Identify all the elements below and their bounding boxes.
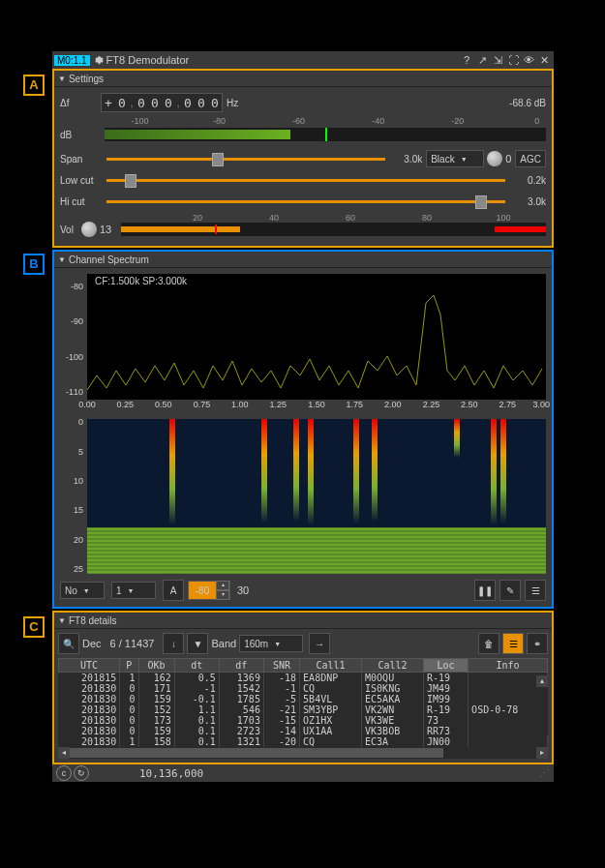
hide-icon[interactable]: 👁: [521, 52, 536, 68]
lowcut-value: 0.2k: [511, 175, 546, 186]
df-unit: Hz: [227, 98, 238, 108]
col-call2[interactable]: Call2: [362, 659, 424, 673]
colormap-select[interactable]: Black▼: [426, 150, 484, 167]
table-row[interactable]: 2018300159-0.11785-55B4VLEC5AKAIM99: [59, 694, 548, 704]
level-spin[interactable]: ▴▾: [188, 581, 230, 600]
db-meter: -100 -80 -60 -40 -20 0: [105, 128, 546, 141]
table-row[interactable]: 20183001730.11703-15OZ1HXVK3WE73: [59, 715, 548, 726]
refresh-icon[interactable]: ↻: [74, 765, 89, 781]
spin2-value: 30: [234, 584, 252, 596]
ft8-table[interactable]: UTCPOKbdtdfSNRCall1Call2LocInfo 20181511…: [58, 658, 548, 747]
list-button[interactable]: ☰: [502, 633, 524, 654]
hicut-slider[interactable]: [106, 200, 505, 203]
status-frequency: 10,136,000: [139, 767, 203, 780]
db-readout: -68.6 dB: [509, 98, 546, 108]
window-titlebar: M0:1.1 FT8 Demodulator ? ↗ ⇲ ⛶ 👁 ✕: [52, 51, 554, 69]
search-button[interactable]: 🔍: [58, 633, 79, 654]
col-okb[interactable]: OKb: [138, 659, 174, 673]
menu-button[interactable]: ☰: [525, 580, 546, 601]
window-title: FT8 Demodulator: [106, 54, 190, 66]
lowcut-slider[interactable]: [106, 179, 505, 182]
a-button[interactable]: A: [163, 580, 184, 601]
col-call1[interactable]: Call1: [300, 659, 362, 673]
scrollbar-horizontal[interactable]: ◂ ▸: [58, 747, 548, 759]
link-button[interactable]: ⚭: [527, 633, 548, 654]
cc-icon[interactable]: c: [56, 765, 72, 781]
vol-value: 13: [100, 224, 117, 235]
statusbar: c ↻ 10,136,000 ⋰: [52, 764, 554, 782]
band-select[interactable]: 160m▼: [239, 635, 303, 652]
settings-header[interactable]: ▼ Settings: [54, 71, 552, 87]
delete-button[interactable]: 🗑: [478, 633, 499, 654]
expand-icon[interactable]: ⛶: [505, 52, 521, 68]
col-snr[interactable]: SNR: [263, 659, 299, 673]
db-label: dB: [60, 130, 101, 140]
col-info[interactable]: Info: [469, 659, 548, 673]
filter-button[interactable]: ▼: [187, 633, 208, 654]
table-row[interactable]: 20183001590.12723-14UX1AAVK3BOBRR73: [59, 726, 548, 736]
spec-combo2[interactable]: 1▼: [111, 582, 156, 599]
vol-meter: 20 40 60 80 100: [121, 223, 546, 236]
spectrum-xaxis: 0.00 0.25 0.50 0.75 1.00 1.25 1.50 1.75 …: [87, 400, 546, 413]
label-a: A: [23, 75, 45, 96]
waterfall-plot[interactable]: 0 5 10 15 20 25: [87, 419, 546, 574]
spectrum-plot[interactable]: CF:1.500k SP:3.000k -80 -90 -100 -110: [87, 274, 546, 400]
df-label: Δf: [60, 98, 101, 108]
spectrum-header[interactable]: ▼ Channel Spectrum: [54, 252, 552, 268]
col-utc[interactable]: UTC: [59, 659, 120, 673]
span-label: Span: [60, 154, 101, 165]
spectrum-yaxis: -80 -90 -100 -110: [60, 274, 85, 400]
col-df[interactable]: df: [219, 659, 263, 673]
span-value: 3.0k: [391, 154, 422, 165]
col-p[interactable]: P: [120, 659, 138, 673]
col-dt[interactable]: dt: [174, 659, 219, 673]
pause-button[interactable]: ❚❚: [474, 580, 496, 601]
hicut-value: 3.0k: [511, 196, 546, 207]
agc-button[interactable]: AGC: [515, 150, 546, 167]
gear-icon[interactable]: [92, 54, 104, 66]
spectrum-title: Channel Spectrum: [69, 254, 149, 265]
label-b: B: [23, 254, 45, 275]
collapse-icon: ▼: [58, 75, 66, 83]
df-input[interactable]: + 0 , 0 0 0 , 0 0 0: [101, 93, 223, 112]
vol-knob[interactable]: [81, 222, 97, 237]
ft8-header[interactable]: ▼ FT8 details: [54, 613, 552, 629]
shrink-icon[interactable]: ⇲: [490, 52, 505, 68]
collapse-icon: ▼: [58, 616, 66, 625]
help-icon[interactable]: ?: [459, 52, 474, 68]
resize-grip[interactable]: ⋰: [539, 767, 550, 780]
settings-title: Settings: [69, 74, 104, 84]
close-icon[interactable]: ✕: [536, 52, 552, 68]
waterfall-yaxis: 0 5 10 15 20 25: [60, 419, 85, 574]
collapse-icon: ▼: [58, 255, 66, 264]
spec-combo1[interactable]: No▼: [60, 582, 105, 599]
edit-button[interactable]: ✎: [499, 580, 521, 601]
col-loc[interactable]: Loc: [424, 659, 469, 673]
lowcut-label: Low cut: [60, 175, 101, 186]
table-row[interactable]: 2018300171-11542-1CQIS0KNGJM49: [59, 683, 548, 694]
label-c: C: [23, 616, 45, 638]
table-row[interactable]: 20183001521.1546-21SM3YBPVK2WNR-19OSD-0-…: [59, 704, 548, 715]
span-slider[interactable]: [106, 158, 385, 161]
ft8-title: FT8 details: [69, 615, 116, 626]
vol-label: Vol: [60, 224, 81, 235]
band-label: Band: [211, 638, 236, 649]
agc-value: 0: [505, 153, 511, 165]
dec-count: 6 / 11437: [110, 638, 155, 649]
scrollbar-vertical[interactable]: ▴: [536, 675, 548, 735]
table-row[interactable]: 20183011580.11321-20CQEC3AJN00: [59, 736, 548, 747]
export-icon[interactable]: ↗: [474, 52, 490, 68]
go-button[interactable]: →: [309, 633, 330, 654]
agc-knob[interactable]: [487, 151, 502, 166]
dec-label: Dec: [82, 638, 102, 649]
window-tag: M0:1.1: [54, 55, 90, 66]
table-row[interactable]: 20181511620.51369-18EA8DNPM0OQUR-19: [59, 673, 548, 684]
hicut-label: Hi cut: [60, 196, 101, 207]
down-button[interactable]: ↓: [163, 633, 184, 654]
